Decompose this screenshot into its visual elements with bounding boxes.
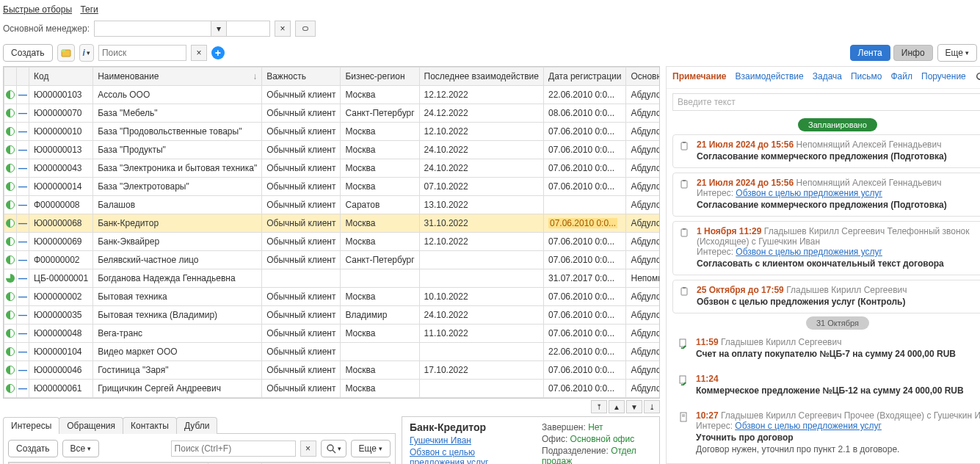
minus-icon: — [18, 145, 27, 155]
table-row[interactable]: — Ю00000104Видео маркет ООООбычный клиен… [4, 343, 661, 361]
tab-contacts[interactable]: Контакты [123, 417, 177, 434]
feed-tab-mail[interactable]: Письмо [851, 71, 882, 84]
status-pie-icon [6, 384, 15, 393]
detail-interest-link[interactable]: Обзвон с целью предложения услуг [410, 446, 527, 464]
info-icon: i [83, 48, 85, 58]
feed-card[interactable]: ••• 21 Июля 2024 до 15:56 Непомнящий Але… [672, 134, 980, 168]
nav-last[interactable]: ⤓ [644, 400, 660, 413]
main-manager-input[interactable] [95, 22, 211, 35]
nav-down[interactable]: ▼ [626, 400, 642, 413]
minus-icon: — [18, 273, 27, 283]
table-row[interactable]: — Ю00000070База "Мебель"Обычный клиентСа… [4, 104, 661, 123]
table-row[interactable]: — Ю00000046Гостиница "Заря"Обычный клиен… [4, 361, 661, 380]
svg-point-2 [327, 445, 333, 451]
sort-indicator-icon: ↓ [253, 71, 257, 81]
svg-rect-7 [683, 180, 686, 181]
feed-text-input[interactable]: Введите текст [672, 93, 980, 111]
office-value[interactable]: Основной офис [570, 434, 635, 444]
info-button[interactable]: i ▾ [79, 44, 94, 62]
table-row[interactable]: — Ю00000103Ассоль ООООбычный клиентМоскв… [4, 86, 661, 104]
main-manager-open[interactable] [295, 21, 316, 37]
table-row[interactable]: — Ю00000068Банк-КредиторОбычный клиентМо… [4, 214, 661, 233]
detail-panel: Банк-Кредитор Гушечкин Иван Обзвон с цел… [402, 416, 660, 464]
table-row[interactable]: — ЦБ-00000001Богданова Надежда Геннадьев… [4, 269, 661, 288]
clipboard-icon [678, 285, 691, 298]
feed-interest-link[interactable]: Обзвон с целью предложения услуг [736, 247, 882, 257]
interest-more-button[interactable]: Еще ▾ [351, 440, 391, 457]
status-pie-icon [6, 311, 15, 319]
main-manager-clear[interactable]: × [275, 21, 291, 37]
table-row[interactable]: — Ф00000008БалашовОбычный клиентСаратов1… [4, 196, 661, 214]
folder-plan-button[interactable] [57, 44, 75, 62]
col-manager[interactable]: Основной менеджер [626, 68, 660, 86]
col-importance[interactable]: Важность [262, 68, 341, 86]
feed-card[interactable]: ••• 25 Октября до 17:59 Гладышев Кирилл … [672, 280, 980, 313]
separator-planned: Запланировано [798, 118, 877, 131]
col-code[interactable]: Код [29, 68, 93, 86]
feed-card[interactable]: ••• 21 Июля 2024 до 15:56 Непомнящий Але… [672, 173, 980, 217]
col-status2[interactable] [17, 68, 29, 86]
feed-tab-note[interactable]: Примечание [672, 71, 727, 84]
more-button[interactable]: Еще ▾ [937, 44, 977, 62]
nav-up[interactable]: ▲ [609, 400, 625, 413]
interest-search-input[interactable] [172, 442, 288, 455]
feed-card[interactable]: ••• 1 Ноября 11:29 Гладышев Кирилл Серге… [672, 221, 980, 275]
create-button[interactable]: Создать [3, 44, 53, 62]
table-row[interactable]: — Ю00000069Банк-ЭквайрерОбычный клиентМо… [4, 233, 661, 251]
table-row[interactable]: — Ю00000043База "Электроника и бытовая т… [4, 159, 661, 178]
minus-icon: — [18, 126, 27, 137]
interest-all-dropdown[interactable]: Все ▾ [62, 440, 100, 457]
table-row[interactable]: — Ю00000002Бытовая техникаОбычный клиент… [4, 288, 661, 306]
calendar-folder-icon [61, 48, 71, 58]
tab-appeals[interactable]: Обращения [59, 417, 123, 434]
tags-link[interactable]: Теги [80, 4, 98, 15]
feed-tab-task[interactable]: Задача [813, 71, 842, 84]
search-icon [326, 443, 336, 454]
feed-card[interactable]: ••• 11:59 Гладышев Кирилл Сергеевич Счет… [672, 333, 980, 365]
col-reg-date[interactable]: Дата регистрации [544, 68, 626, 86]
detail-contact-link[interactable]: Гушечкин Иван [410, 435, 471, 446]
feed-interest-link[interactable]: Обзвон с целью предложения услуг [735, 421, 882, 431]
col-region[interactable]: Бизнес-регион [341, 68, 419, 86]
table-row[interactable]: — Ю00000035Бытовая техника (Владимир)Обы… [4, 306, 661, 325]
status-pie-icon [6, 274, 15, 283]
svg-rect-13 [680, 376, 686, 383]
col-status1[interactable] [4, 68, 17, 86]
table-row[interactable]: — Ю00000061Грищичкин Сергей АндреевичОбы… [4, 380, 661, 398]
companies-table: Код Наименование ↓ Важность Бизнес-регио… [4, 67, 660, 398]
status-pie-icon [6, 255, 15, 264]
tab-dupes[interactable]: Дубли [176, 417, 218, 434]
feed-tab-file[interactable]: Файл [890, 71, 912, 84]
done-value[interactable]: Нет [588, 422, 603, 432]
tab-info[interactable]: Инфо [893, 45, 933, 61]
feed-tab-order[interactable]: Поручение [921, 71, 966, 84]
interest-search-button[interactable]: ▾ [321, 440, 346, 457]
tab-interests[interactable]: Интересы [3, 417, 59, 434]
detail-title: Банк-Кредитор [410, 421, 527, 435]
office-label: Офис: [542, 434, 567, 444]
add-filter-button[interactable]: + [211, 46, 225, 59]
main-manager-dropdown[interactable]: ▾ [211, 21, 227, 37]
toolbar-search-clear[interactable]: × [191, 45, 207, 61]
tab-lenta[interactable]: Лента [850, 45, 890, 61]
minus-icon: — [18, 255, 27, 265]
feed-card[interactable]: ••• 10:27 Гладышев Кирилл Сергеевич Проч… [672, 406, 980, 460]
interest-search-clear[interactable]: × [300, 441, 316, 457]
table-row[interactable]: — Ф00000002Белявский-частное лицоОбычный… [4, 251, 661, 269]
feed-tab-interact[interactable]: Взаимодействие [736, 71, 804, 84]
doc-check-icon [677, 337, 690, 350]
table-row[interactable]: — Ю00000010База "Продовольственные товар… [4, 123, 661, 141]
interest-create-button[interactable]: Создать [8, 440, 58, 457]
feed-card[interactable]: ••• 11:24 Коммерческое предложение №ЦБ-1… [672, 369, 980, 402]
minus-icon: — [18, 365, 27, 375]
col-name[interactable]: Наименование ↓ [93, 68, 262, 86]
minus-icon: — [18, 218, 27, 228]
quick-filters-link[interactable]: Быстрые отборы [3, 4, 72, 15]
nav-first[interactable]: ⤒ [591, 400, 607, 413]
feed-interest-link[interactable]: Обзвон с целью предложения услуг [736, 188, 882, 198]
table-row[interactable]: — Ю00000013База "Продукты"Обычный клиент… [4, 141, 661, 159]
feed-refresh-button[interactable] [975, 71, 980, 84]
table-row[interactable]: — Ю00000048Вега-трансОбычный клиентМоскв… [4, 325, 661, 343]
table-row[interactable]: — Ю00000014База "Электротовары"Обычный к… [4, 178, 661, 196]
col-last-interaction[interactable]: Последнее взаимодействие [419, 68, 543, 86]
